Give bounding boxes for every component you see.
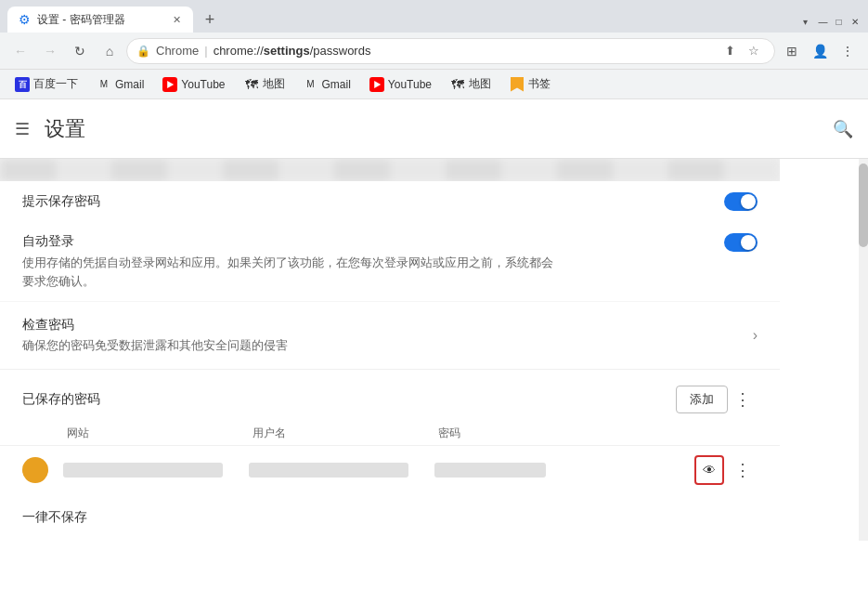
- address-bar[interactable]: 🔒 Chrome | chrome://settings/passwords ⬆…: [126, 38, 775, 64]
- password-blurred: [434, 463, 546, 478]
- active-tab[interactable]: ⚙ 设置 - 密码管理器 ✕: [7, 7, 193, 33]
- chrome-menu-button[interactable]: ⋮: [835, 38, 861, 64]
- bookmark-baidu[interactable]: 百 百度一下: [7, 73, 85, 95]
- address-separator: |: [204, 44, 207, 58]
- window-controls: ▾ — □ ✕: [797, 15, 861, 33]
- username-blurred: [249, 463, 408, 478]
- username-cell: [249, 463, 408, 478]
- profile-button[interactable]: 👤: [807, 38, 833, 64]
- chevron-right-icon: ›: [753, 327, 758, 344]
- never-saved-section: 一律不保存: [0, 494, 780, 541]
- save-passwords-row: 提示保存密码: [0, 181, 780, 222]
- bookmark-label: 地图: [263, 76, 285, 92]
- toolbar-right: ⊞ 👤 ⋮: [779, 38, 861, 64]
- saved-passwords-more-button[interactable]: ⋮: [728, 385, 758, 414]
- youtube-icon: [162, 77, 177, 92]
- address-url: chrome://settings/passwords: [214, 44, 371, 58]
- toggle-thumb: [741, 194, 756, 209]
- sidebar-menu-icon[interactable]: ☰: [15, 119, 30, 139]
- auto-signin-text: 自动登录 使用存储的凭据自动登录网站和应用。如果关闭了该功能，在您每次登录网站或…: [22, 233, 702, 290]
- forward-button[interactable]: →: [37, 38, 63, 64]
- saved-passwords-header: 已保存的密码 添加 ⋮: [0, 370, 780, 422]
- bookmark-label: Gmail: [115, 78, 144, 91]
- address-brand: Chrome: [156, 44, 199, 58]
- gmail-icon-2: M: [304, 77, 318, 92]
- auto-signin-title: 自动登录: [22, 233, 702, 250]
- column-header-user: 用户名: [253, 425, 438, 441]
- minimize-button[interactable]: —: [817, 16, 829, 28]
- password-row-actions: 👁 ⋮: [694, 455, 758, 485]
- column-header-pass: 密码: [438, 425, 758, 441]
- maximize-button[interactable]: □: [833, 16, 845, 28]
- site-name-cell: [63, 463, 223, 478]
- security-icon: 🔒: [136, 45, 150, 58]
- tab-close-button[interactable]: ✕: [169, 12, 184, 27]
- bookmark-star-icon[interactable]: ☆: [743, 40, 765, 62]
- refresh-button[interactable]: ↻: [67, 38, 93, 64]
- titlebar: ⚙ 设置 - 密码管理器 ✕ + ▾ — □ ✕: [0, 0, 868, 33]
- add-password-button[interactable]: 添加: [676, 386, 728, 413]
- youtube-icon-2: [369, 77, 384, 92]
- site-favicon: [22, 457, 48, 483]
- baidu-icon: 百: [15, 77, 30, 92]
- bookmark-map1[interactable]: 🗺 地图: [237, 73, 292, 95]
- password-cell: [434, 463, 694, 478]
- check-passwords-row[interactable]: 检查密码 确保您的密码免受数据泄露和其他安全问题的侵害 ›: [0, 302, 780, 370]
- show-password-button[interactable]: 👁: [694, 455, 724, 485]
- scrollbar-thumb: [859, 164, 868, 247]
- bookmark-icon: [510, 77, 525, 92]
- page-title: 设置: [45, 115, 85, 143]
- gear-icon: ⚙: [19, 12, 31, 27]
- check-passwords-title: 检查密码: [22, 317, 288, 334]
- bookmark-gmail1[interactable]: M Gmail: [89, 74, 151, 95]
- chevron-down-icon[interactable]: ▾: [797, 15, 813, 29]
- main-layout: ☰ 设置 🔍 提示保存密码 自动登录 使用存储: [0, 99, 868, 541]
- bookmark-bookmarks[interactable]: 书签: [502, 73, 558, 95]
- bookmarks-bar: 百 百度一下 M Gmail YouTube 🗺 地图 M Gmail YouT…: [0, 70, 868, 99]
- new-tab-button[interactable]: +: [197, 7, 223, 33]
- bookmark-label: 百度一下: [33, 76, 78, 92]
- site-name-blurred: [63, 463, 223, 478]
- column-header-site: 网站: [67, 425, 253, 441]
- blurred-content-top: [0, 159, 780, 181]
- close-button[interactable]: ✕: [849, 16, 861, 28]
- bookmark-label: 书签: [528, 76, 551, 92]
- save-passwords-toggle[interactable]: [724, 192, 758, 211]
- auto-signin-description: 使用存储的凭据自动登录网站和应用。如果关闭了该功能，在您每次登录网站或应用之前，…: [22, 254, 561, 290]
- check-passwords-description: 确保您的密码免受数据泄露和其他安全问题的侵害: [22, 337, 288, 354]
- page-header: ☰ 设置 🔍: [0, 99, 868, 159]
- extensions-button[interactable]: ⊞: [779, 38, 805, 64]
- address-actions: ⬆ ☆: [719, 40, 765, 62]
- bookmark-label: Gmail: [322, 78, 351, 91]
- bookmark-label: 地图: [469, 76, 491, 92]
- map-icon-2: 🗺: [450, 77, 465, 92]
- toolbar: ← → ↻ ⌂ 🔒 Chrome | chrome://settings/pas…: [0, 33, 868, 70]
- bookmark-label: YouTube: [181, 78, 225, 91]
- never-saved-title: 一律不保存: [22, 509, 87, 524]
- auto-signin-toggle-thumb: [741, 235, 756, 250]
- home-button[interactable]: ⌂: [97, 38, 123, 64]
- tab-strip: ⚙ 设置 - 密码管理器 ✕ +: [7, 7, 797, 33]
- tab-favicon: ⚙: [17, 12, 32, 27]
- gmail-icon: M: [97, 77, 111, 92]
- tab-title: 设置 - 密码管理器: [37, 12, 163, 28]
- bookmark-gmail2[interactable]: M Gmail: [296, 74, 358, 95]
- auto-signin-toggle[interactable]: [724, 233, 758, 252]
- bookmark-youtube1[interactable]: YouTube: [155, 74, 232, 95]
- content-area: 提示保存密码 自动登录 使用存储的凭据自动登录网站和应用。如果关闭了该功能，在您…: [0, 159, 859, 541]
- password-table-header: 网站 用户名 密码: [0, 422, 780, 445]
- scrollbar[interactable]: [859, 159, 868, 541]
- password-row-more-button[interactable]: ⋮: [728, 455, 758, 485]
- share-icon[interactable]: ⬆: [719, 40, 741, 62]
- eye-icon: 👁: [703, 463, 716, 478]
- auto-signin-row: 自动登录 使用存储的凭据自动登录网站和应用。如果关闭了该功能，在您每次登录网站或…: [0, 222, 780, 302]
- bookmark-map2[interactable]: 🗺 地图: [443, 73, 499, 95]
- bookmark-youtube2[interactable]: YouTube: [362, 74, 439, 95]
- table-row: 👁 ⋮: [0, 445, 780, 494]
- back-button[interactable]: ←: [7, 38, 33, 64]
- search-icon[interactable]: 🔍: [833, 119, 853, 139]
- bookmark-label: YouTube: [388, 78, 432, 91]
- settings-content: 提示保存密码 自动登录 使用存储的凭据自动登录网站和应用。如果关闭了该功能，在您…: [0, 159, 780, 541]
- map-icon: 🗺: [244, 77, 259, 92]
- saved-passwords-title: 已保存的密码: [22, 391, 676, 408]
